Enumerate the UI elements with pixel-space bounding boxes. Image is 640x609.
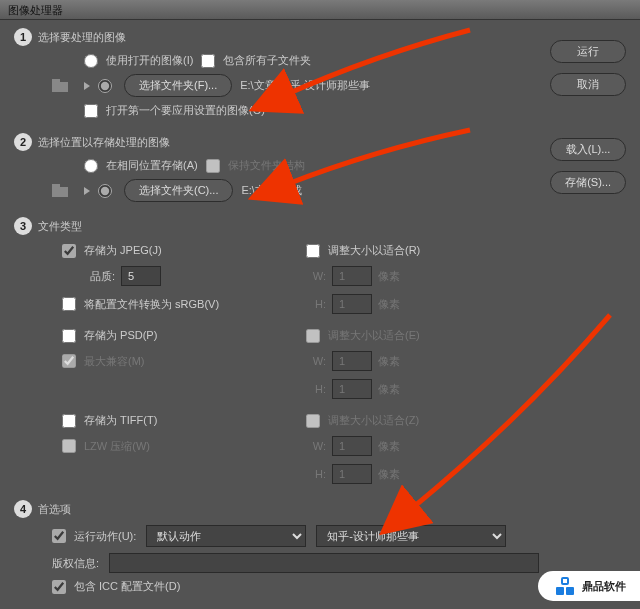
action-set-select[interactable]: 默认动作 bbox=[146, 525, 306, 547]
watermark: 鼎品软件 bbox=[538, 571, 640, 601]
quality-input[interactable] bbox=[121, 266, 161, 286]
use-open-images-radio[interactable]: 使用打开的图像(I) bbox=[84, 53, 193, 68]
pixel-unit: 像素 bbox=[378, 467, 400, 482]
step-badge-3: 3 bbox=[14, 217, 32, 235]
copyright-input[interactable] bbox=[109, 553, 539, 573]
folder-icon bbox=[52, 78, 74, 94]
source-path: E:\文章\知乎-设计师那些事 bbox=[240, 78, 370, 93]
watermark-text: 鼎品软件 bbox=[582, 579, 626, 594]
cancel-button[interactable]: 取消 bbox=[550, 73, 626, 96]
quality-label: 品质: bbox=[90, 269, 115, 284]
save-jpeg-checkbox[interactable]: 存储为 JPEG(J) bbox=[62, 243, 162, 258]
same-location-radio[interactable]: 在相同位置存储(A) bbox=[84, 158, 198, 173]
max-compat-checkbox: 最大兼容(M) bbox=[62, 354, 145, 369]
step-badge-4: 4 bbox=[14, 500, 32, 518]
jpeg-width-input bbox=[332, 266, 372, 286]
jpeg-height-input bbox=[332, 294, 372, 314]
include-icc-checkbox[interactable]: 包含 ICC 配置文件(D) bbox=[52, 579, 180, 594]
section-save-location: 2 选择位置以存储处理的图像 在相同位置存储(A) 保持文件夹结构 选择文件夹(… bbox=[0, 125, 640, 209]
keep-structure-checkbox[interactable]: 保持文件夹结构 bbox=[206, 158, 305, 173]
resize-fit-z-checkbox: 调整大小以适合(Z) bbox=[306, 413, 419, 428]
h-label: H: bbox=[306, 298, 326, 310]
convert-srgb-checkbox[interactable]: 将配置文件转换为 sRGB(V) bbox=[62, 297, 219, 312]
save-button[interactable]: 存储(S)... bbox=[550, 171, 626, 194]
section-title: 选择要处理的图像 bbox=[38, 30, 126, 45]
psd-height-input bbox=[332, 379, 372, 399]
section-title: 文件类型 bbox=[38, 219, 82, 234]
open-first-image-checkbox[interactable]: 打开第一个要应用设置的图像(O) bbox=[84, 103, 265, 118]
arrow-right-icon bbox=[84, 187, 90, 195]
resize-fit-e-checkbox: 调整大小以适合(E) bbox=[306, 328, 420, 343]
pixel-unit: 像素 bbox=[378, 382, 400, 397]
lzw-checkbox: LZW 压缩(W) bbox=[62, 439, 150, 454]
pixel-unit: 像素 bbox=[378, 439, 400, 454]
h-label: H: bbox=[306, 383, 326, 395]
pixel-unit: 像素 bbox=[378, 269, 400, 284]
w-label: W: bbox=[306, 440, 326, 452]
section-select-images: 1 选择要处理的图像 使用打开的图像(I) 包含所有子文件夹 选择文件夹(F).… bbox=[0, 20, 640, 125]
w-label: W: bbox=[306, 270, 326, 282]
copyright-label: 版权信息: bbox=[52, 556, 99, 571]
tiff-width-input bbox=[332, 436, 372, 456]
window-title: 图像处理器 bbox=[0, 0, 640, 20]
w-label: W: bbox=[306, 355, 326, 367]
save-tiff-checkbox[interactable]: 存储为 TIFF(T) bbox=[62, 413, 157, 428]
choose-source-folder-button[interactable]: 选择文件夹(F)... bbox=[124, 74, 232, 97]
choose-folder-radio[interactable] bbox=[98, 79, 112, 93]
choose-dest-folder-radio[interactable] bbox=[98, 184, 112, 198]
load-button[interactable]: 载入(L)... bbox=[550, 138, 626, 161]
resize-fit-r-checkbox[interactable]: 调整大小以适合(R) bbox=[306, 243, 420, 258]
dest-path: E:\文章\完成 bbox=[241, 183, 302, 198]
save-psd-checkbox[interactable]: 存储为 PSD(P) bbox=[62, 328, 157, 343]
pixel-unit: 像素 bbox=[378, 354, 400, 369]
run-button[interactable]: 运行 bbox=[550, 40, 626, 63]
psd-width-input bbox=[332, 351, 372, 371]
action-select[interactable]: 知乎-设计师那些事 bbox=[316, 525, 506, 547]
side-actions: 运行 取消 载入(L)... 存储(S)... bbox=[550, 40, 626, 194]
step-badge-2: 2 bbox=[14, 133, 32, 151]
watermark-icon bbox=[556, 577, 574, 595]
h-label: H: bbox=[306, 468, 326, 480]
pixel-unit: 像素 bbox=[378, 297, 400, 312]
choose-dest-folder-button[interactable]: 选择文件夹(C)... bbox=[124, 179, 233, 202]
section-title: 首选项 bbox=[38, 502, 71, 517]
tiff-height-input bbox=[332, 464, 372, 484]
run-action-checkbox[interactable]: 运行动作(U): bbox=[52, 529, 136, 544]
folder-icon bbox=[52, 183, 74, 199]
include-subfolders-checkbox[interactable]: 包含所有子文件夹 bbox=[201, 53, 311, 68]
section-file-type: 3 文件类型 存储为 JPEG(J) 调整大小以适合(R) 品质: W:像素 将… bbox=[0, 209, 640, 492]
step-badge-1: 1 bbox=[14, 28, 32, 46]
arrow-right-icon bbox=[84, 82, 90, 90]
section-title: 选择位置以存储处理的图像 bbox=[38, 135, 170, 150]
